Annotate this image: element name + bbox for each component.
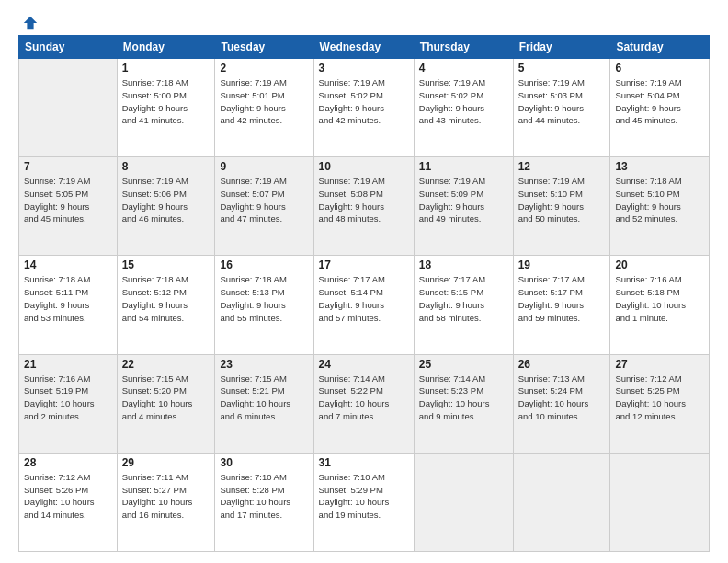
- day-number: 3: [319, 62, 409, 75]
- day-info: Sunrise: 7:12 AMSunset: 5:26 PMDaylight:…: [24, 471, 112, 522]
- calendar-cell: 28Sunrise: 7:12 AMSunset: 5:26 PMDayligh…: [19, 453, 118, 551]
- day-number: 11: [419, 160, 508, 173]
- calendar-cell: 4Sunrise: 7:19 AMSunset: 5:02 PMDaylight…: [414, 59, 513, 157]
- day-number: 14: [24, 259, 112, 271]
- calendar-cell: 15Sunrise: 7:18 AMSunset: 5:12 PMDayligh…: [117, 256, 215, 354]
- day-info: Sunrise: 7:16 AMSunset: 5:18 PMDaylight:…: [615, 273, 704, 324]
- calendar-cell: 23Sunrise: 7:15 AMSunset: 5:21 PMDayligh…: [215, 354, 313, 453]
- logo: [18, 15, 39, 28]
- calendar-week-row: 14Sunrise: 7:18 AMSunset: 5:11 PMDayligh…: [19, 256, 710, 354]
- calendar-cell: 10Sunrise: 7:19 AMSunset: 5:08 PMDayligh…: [313, 157, 414, 256]
- weekday-header: Friday: [513, 36, 610, 59]
- day-number: 5: [518, 62, 606, 75]
- day-info: Sunrise: 7:18 AMSunset: 5:12 PMDaylight:…: [122, 273, 210, 324]
- day-number: 23: [220, 358, 308, 371]
- page: SundayMondayTuesdayWednesdayThursdayFrid…: [0, 0, 728, 563]
- weekday-header: Monday: [117, 36, 215, 59]
- calendar-cell: 14Sunrise: 7:18 AMSunset: 5:11 PMDayligh…: [19, 256, 118, 354]
- weekday-header: Tuesday: [215, 36, 313, 59]
- day-info: Sunrise: 7:19 AMSunset: 5:04 PMDaylight:…: [615, 76, 704, 127]
- calendar-cell: 22Sunrise: 7:15 AMSunset: 5:20 PMDayligh…: [117, 354, 215, 453]
- calendar-cell: [414, 453, 513, 551]
- calendar-cell: 25Sunrise: 7:14 AMSunset: 5:23 PMDayligh…: [414, 354, 513, 453]
- calendar-cell: 3Sunrise: 7:19 AMSunset: 5:02 PMDaylight…: [313, 59, 414, 157]
- calendar-cell: 18Sunrise: 7:17 AMSunset: 5:15 PMDayligh…: [414, 256, 513, 354]
- calendar-cell: 6Sunrise: 7:19 AMSunset: 5:04 PMDaylight…: [610, 59, 710, 157]
- day-number: 7: [24, 160, 112, 173]
- weekday-header: Saturday: [610, 36, 710, 59]
- calendar-cell: 31Sunrise: 7:10 AMSunset: 5:29 PMDayligh…: [313, 453, 414, 551]
- calendar-cell: 24Sunrise: 7:14 AMSunset: 5:22 PMDayligh…: [313, 354, 414, 453]
- day-info: Sunrise: 7:19 AMSunset: 5:07 PMDaylight:…: [220, 175, 308, 225]
- calendar-cell: 7Sunrise: 7:19 AMSunset: 5:05 PMDaylight…: [19, 157, 118, 256]
- day-info: Sunrise: 7:13 AMSunset: 5:24 PMDaylight:…: [518, 373, 606, 423]
- day-info: Sunrise: 7:19 AMSunset: 5:06 PMDaylight:…: [122, 175, 210, 225]
- day-info: Sunrise: 7:19 AMSunset: 5:02 PMDaylight:…: [319, 76, 409, 127]
- day-info: Sunrise: 7:19 AMSunset: 5:09 PMDaylight:…: [419, 175, 508, 225]
- day-info: Sunrise: 7:19 AMSunset: 5:01 PMDaylight:…: [220, 76, 308, 127]
- calendar-cell: 2Sunrise: 7:19 AMSunset: 5:01 PMDaylight…: [215, 59, 313, 157]
- day-number: 30: [220, 456, 308, 469]
- calendar-cell: 11Sunrise: 7:19 AMSunset: 5:09 PMDayligh…: [414, 157, 513, 256]
- day-info: Sunrise: 7:14 AMSunset: 5:22 PMDaylight:…: [319, 373, 409, 423]
- day-number: 12: [518, 160, 606, 173]
- day-info: Sunrise: 7:15 AMSunset: 5:21 PMDaylight:…: [220, 373, 308, 423]
- day-number: 10: [319, 160, 409, 173]
- calendar-cell: 27Sunrise: 7:12 AMSunset: 5:25 PMDayligh…: [610, 354, 710, 453]
- day-number: 13: [615, 160, 704, 173]
- day-number: 2: [220, 62, 308, 75]
- day-number: 31: [319, 456, 409, 469]
- day-info: Sunrise: 7:10 AMSunset: 5:29 PMDaylight:…: [319, 471, 409, 522]
- day-info: Sunrise: 7:10 AMSunset: 5:28 PMDaylight:…: [220, 471, 308, 522]
- day-number: 15: [122, 259, 210, 271]
- calendar-week-row: 28Sunrise: 7:12 AMSunset: 5:26 PMDayligh…: [19, 453, 710, 551]
- calendar-cell: 5Sunrise: 7:19 AMSunset: 5:03 PMDaylight…: [513, 59, 610, 157]
- day-info: Sunrise: 7:18 AMSunset: 5:11 PMDaylight:…: [24, 273, 112, 324]
- calendar-week-row: 21Sunrise: 7:16 AMSunset: 5:19 PMDayligh…: [19, 354, 710, 453]
- calendar-cell: 30Sunrise: 7:10 AMSunset: 5:28 PMDayligh…: [215, 453, 313, 551]
- day-number: 20: [615, 259, 704, 271]
- header: [18, 15, 710, 28]
- day-number: 18: [419, 259, 508, 271]
- day-info: Sunrise: 7:15 AMSunset: 5:20 PMDaylight:…: [122, 373, 210, 423]
- day-number: 22: [122, 358, 210, 371]
- calendar-cell: 1Sunrise: 7:18 AMSunset: 5:00 PMDaylight…: [117, 59, 215, 157]
- day-number: 4: [419, 62, 508, 75]
- day-info: Sunrise: 7:19 AMSunset: 5:05 PMDaylight:…: [24, 175, 112, 225]
- day-info: Sunrise: 7:17 AMSunset: 5:17 PMDaylight:…: [518, 273, 606, 324]
- calendar-week-row: 1Sunrise: 7:18 AMSunset: 5:00 PMDaylight…: [19, 59, 710, 157]
- calendar-cell: 21Sunrise: 7:16 AMSunset: 5:19 PMDayligh…: [19, 354, 118, 453]
- weekday-header: Sunday: [19, 36, 118, 59]
- day-number: 1: [122, 62, 210, 75]
- calendar-cell: 12Sunrise: 7:19 AMSunset: 5:10 PMDayligh…: [513, 157, 610, 256]
- calendar-cell: 16Sunrise: 7:18 AMSunset: 5:13 PMDayligh…: [215, 256, 313, 354]
- calendar: SundayMondayTuesdayWednesdayThursdayFrid…: [18, 35, 710, 552]
- logo-icon: [22, 15, 39, 31]
- day-number: 17: [319, 259, 409, 271]
- day-info: Sunrise: 7:17 AMSunset: 5:14 PMDaylight:…: [319, 273, 409, 324]
- calendar-cell: 19Sunrise: 7:17 AMSunset: 5:17 PMDayligh…: [513, 256, 610, 354]
- day-info: Sunrise: 7:17 AMSunset: 5:15 PMDaylight:…: [419, 273, 508, 324]
- weekday-header: Wednesday: [313, 36, 414, 59]
- day-number: 25: [419, 358, 508, 371]
- weekday-header-row: SundayMondayTuesdayWednesdayThursdayFrid…: [19, 36, 710, 59]
- day-info: Sunrise: 7:19 AMSunset: 5:02 PMDaylight:…: [419, 76, 508, 127]
- day-info: Sunrise: 7:18 AMSunset: 5:10 PMDaylight:…: [615, 175, 704, 225]
- day-number: 29: [122, 456, 210, 469]
- day-info: Sunrise: 7:19 AMSunset: 5:10 PMDaylight:…: [518, 175, 606, 225]
- day-number: 24: [319, 358, 409, 371]
- day-number: 26: [518, 358, 606, 371]
- calendar-cell: 17Sunrise: 7:17 AMSunset: 5:14 PMDayligh…: [313, 256, 414, 354]
- day-number: 6: [615, 62, 704, 75]
- calendar-cell: [610, 453, 710, 551]
- day-info: Sunrise: 7:19 AMSunset: 5:03 PMDaylight:…: [518, 76, 606, 127]
- day-info: Sunrise: 7:18 AMSunset: 5:13 PMDaylight:…: [220, 273, 308, 324]
- day-number: 21: [24, 358, 112, 371]
- day-number: 27: [615, 358, 704, 371]
- day-info: Sunrise: 7:18 AMSunset: 5:00 PMDaylight:…: [122, 76, 210, 127]
- svg-marker-0: [24, 17, 37, 29]
- day-number: 16: [220, 259, 308, 271]
- day-number: 9: [220, 160, 308, 173]
- day-info: Sunrise: 7:14 AMSunset: 5:23 PMDaylight:…: [419, 373, 508, 423]
- calendar-cell: 20Sunrise: 7:16 AMSunset: 5:18 PMDayligh…: [610, 256, 710, 354]
